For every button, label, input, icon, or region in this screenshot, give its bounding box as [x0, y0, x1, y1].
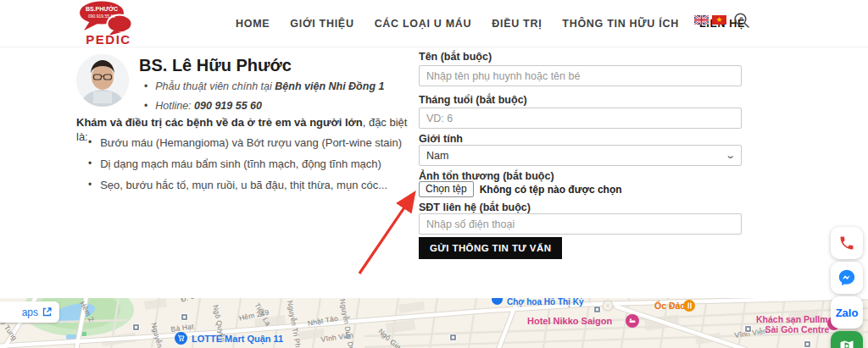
transit-stop-icon[interactable]	[449, 334, 457, 341]
nav-gioi-thieu[interactable]: GIỚI THIỆU	[290, 18, 353, 30]
logo-doctor-name: BS.PHƯỚC	[86, 5, 118, 12]
zalo-label: Zalo	[836, 307, 859, 319]
map-tiles	[0, 298, 868, 348]
name-field-label: Tên (bắt buộc)	[419, 51, 492, 63]
transit-stop-icon[interactable]	[132, 323, 140, 331]
specialty-item: • Sẹo, bướu hắc tố, mụn ruồi, u bã đậu, …	[88, 179, 410, 191]
photo-field-label: Ảnh tổn thương (bắt buộc)	[419, 170, 554, 182]
bullet-dot: •	[144, 100, 147, 112]
doctor-credential-hotline: • Hotline: 090 919 55 60	[144, 100, 262, 112]
language-switcher: ★	[694, 15, 726, 25]
floating-contact-stack: Zalo	[831, 227, 863, 348]
nav-cac-loai-u-mau[interactable]: CÁC LOẠI U MÁU	[375, 18, 472, 30]
age-field-label: Tháng tuổi (bắt buộc)	[419, 94, 527, 106]
lotte-mart-label[interactable]: LOTTE Mart Quận 11	[192, 334, 283, 344]
zalo-button[interactable]: Zalo	[831, 296, 863, 329]
transit-stop-icon[interactable]	[593, 306, 601, 313]
nav-home[interactable]: HOME	[236, 18, 270, 30]
lotte-mart-marker-icon[interactable]	[175, 332, 187, 345]
doctor-credential-hospital: • Phẫu thuật viên chính tại Bệnh viện Nh…	[144, 80, 384, 92]
maps-link-text: aps	[22, 307, 38, 318]
age-input[interactable]	[419, 108, 742, 129]
main-nav: HOME GIỚI THIỆU CÁC LOẠI U MÁU ĐIỀU TRỊ …	[236, 0, 745, 47]
transit-stop-icon[interactable]	[804, 340, 811, 348]
phone-call-button[interactable]	[831, 227, 863, 259]
phone-field-label: SĐT liên hệ (bắt buộc)	[419, 202, 531, 213]
google-map-embed[interactable]: Lê Tung Hẻm 2 Đ. 3 Tháng 2 Nguyễn Bà Hạt…	[0, 298, 868, 348]
doctor-name-heading: BS. Lê Hữu Phước	[139, 56, 292, 75]
hotel-nikko-marker-icon[interactable]	[626, 314, 639, 328]
bullet-dot: •	[144, 80, 147, 92]
logo-brand-text: PEDIC	[79, 32, 138, 47]
specialty-item: • Bướu máu (Hemangioma) và Bớt rượu vang…	[88, 136, 410, 149]
photo-file-input[interactable]: Chọn tệp Không có tệp nào được chọn	[419, 181, 622, 197]
nav-dieu-tri[interactable]: ĐIỀU TRỊ	[492, 18, 542, 30]
vietnam-flag-icon[interactable]: ★	[712, 15, 726, 25]
bullet-dot: •	[88, 157, 92, 170]
oc-dao-label[interactable]: Ốc Đảo	[654, 301, 686, 311]
oc-dao-marker-icon[interactable]	[683, 300, 695, 312]
header: BS.PHƯỚC 090.919.55.60 PEDIC HOME GIỚI T…	[0, 0, 868, 47]
open-google-maps-link[interactable]: aps	[0, 301, 59, 323]
submit-button[interactable]: GỬI THÔNG TIN TƯ VẤN	[419, 237, 562, 259]
logo-phone-number: 090.919.55.60	[88, 14, 115, 19]
map-location-button[interactable]	[831, 331, 863, 348]
nav-thong-tin-huu-ich[interactable]: THÔNG TIN HỮU ÍCH	[562, 18, 679, 30]
search-icon[interactable]	[732, 11, 751, 30]
logo-speech-bubbles-icon: BS.PHƯỚC 090.919.55.60	[79, 1, 138, 35]
choose-file-button[interactable]: Chọn tệp	[419, 181, 474, 197]
pedic-contact-page: BS.PHƯỚC 090.919.55.60 PEDIC HOME GIỚI T…	[0, 0, 868, 348]
pedic-logo[interactable]: BS.PHƯỚC 090.919.55.60 PEDIC	[79, 1, 138, 47]
uk-flag-icon[interactable]	[694, 15, 709, 25]
hotel-nikko-label[interactable]: Hotel Nikko Saigon	[527, 316, 612, 326]
gender-field-label: Giới tính	[419, 133, 463, 145]
file-status-text: Không có tệp nào được chọn	[480, 184, 622, 196]
name-input[interactable]	[419, 65, 742, 86]
gender-selected-value: Nam	[426, 150, 448, 162]
specialty-item: • Dị dạng mạch máu bẩm sinh (tĩnh mạch, …	[88, 157, 410, 170]
bullet-dot: •	[88, 179, 92, 191]
flower-market-label[interactable]: Chợ hoa Hồ Thị Kỷ	[507, 298, 583, 307]
messenger-icon	[837, 268, 856, 287]
map-location-icon	[838, 339, 855, 348]
doctor-avatar	[76, 54, 129, 107]
gender-select[interactable]: Nam ⌄	[419, 145, 742, 166]
messenger-button[interactable]	[831, 262, 863, 294]
transit-stop-icon[interactable]	[744, 325, 752, 333]
phone-icon	[838, 235, 855, 251]
svg-text:★: ★	[716, 15, 723, 24]
phone-input[interactable]	[419, 213, 742, 235]
chevron-down-icon: ⌄	[725, 150, 736, 161]
external-link-icon	[42, 307, 52, 317]
bullet-dot: •	[88, 136, 92, 149]
pullman-hotel-label[interactable]: Khách sạn Pullman Sài Gòn Centre	[756, 314, 838, 334]
transit-stop-icon[interactable]	[181, 313, 188, 321]
